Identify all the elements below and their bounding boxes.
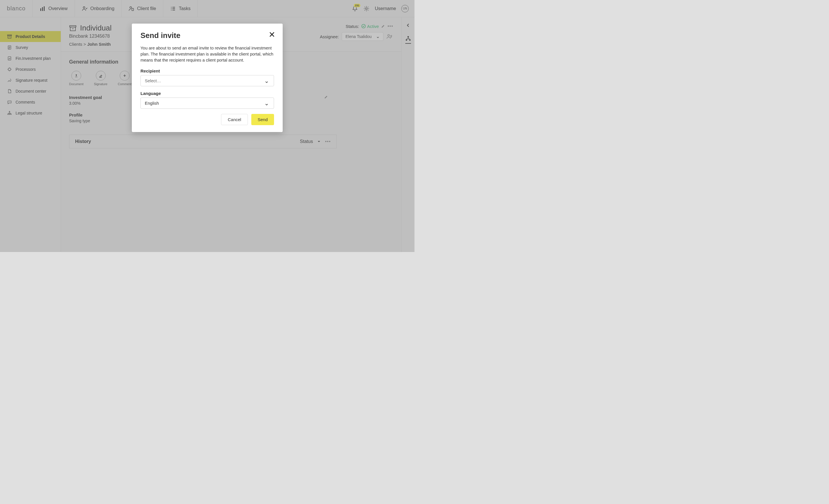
language-select[interactable]: English <box>141 98 274 109</box>
recipient-select[interactable]: Select… <box>141 75 274 86</box>
modal-close-button[interactable]: ✕ <box>268 30 275 39</box>
language-label: Language <box>141 91 274 96</box>
modal-title: Send invite <box>141 31 274 40</box>
send-button[interactable]: Send <box>251 114 274 125</box>
modal-overlay: Send invite ✕ You are about to send an e… <box>0 0 414 252</box>
modal-actions: Cancel Send <box>141 114 274 125</box>
recipient-label: Recipient <box>141 69 274 73</box>
cancel-button[interactable]: Cancel <box>221 114 248 125</box>
send-invite-modal: Send invite ✕ You are about to send an e… <box>132 24 283 132</box>
modal-body-text: You are about to send an email invite to… <box>141 45 274 63</box>
close-icon: ✕ <box>268 30 275 39</box>
